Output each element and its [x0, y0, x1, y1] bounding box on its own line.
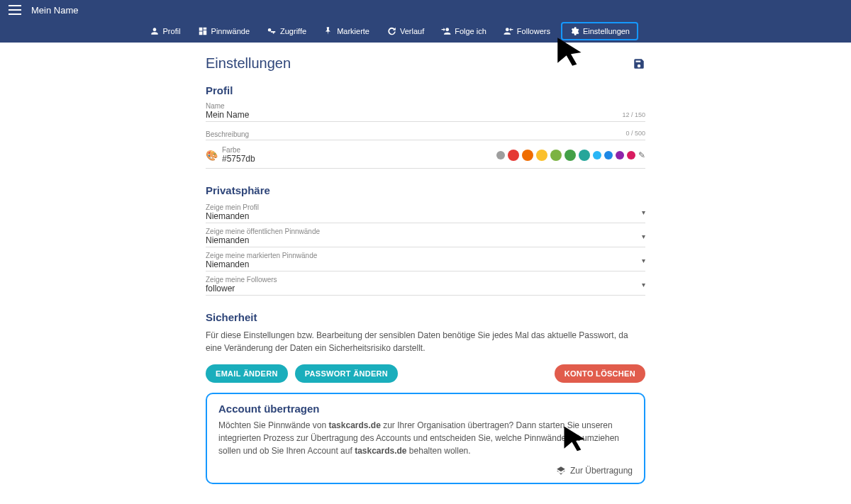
history-icon: [386, 26, 396, 36]
privacy-value: Niemanden: [206, 211, 645, 221]
nav-bar: Profil Pinnwände Zugriffe Markierte Verl…: [0, 20, 851, 43]
privacy-value: Niemanden: [206, 259, 645, 269]
color-label: Farbe: [222, 146, 255, 154]
follow-out-icon: [441, 26, 451, 36]
nav-markierte[interactable]: Markierte: [317, 23, 376, 40]
color-row: 🎨 Farbe #5757db ✎: [206, 140, 645, 169]
transfer-text: Möchten Sie Pinnwände von taskcards.de z…: [218, 419, 633, 457]
privacy-select[interactable]: Zeige meine öffentlichen PinnwändeNieman…: [206, 223, 645, 247]
privacy-select[interactable]: Zeige meine Followersfollower▾: [206, 271, 645, 296]
main-content: Einstellungen Profil Name Mein Name 12 /…: [206, 55, 645, 484]
gear-icon: [569, 26, 579, 36]
section-privatsphaere: Privatsphäre: [206, 184, 645, 196]
chevron-down-icon: ▾: [642, 256, 645, 264]
privacy-select[interactable]: Zeige mein ProfilNiemanden▾: [206, 199, 645, 223]
security-text: Für diese Einstellungen bzw. Bearbeitung…: [206, 329, 645, 354]
email-change-button[interactable]: EMAIL ÄNDERN: [206, 364, 288, 383]
transfer-title: Account übertragen: [218, 403, 633, 415]
person-icon: [150, 26, 160, 36]
security-buttons: EMAIL ÄNDERN PASSWORT ÄNDERN KONTO LÖSCH…: [206, 364, 645, 383]
nav-verlauf[interactable]: Verlauf: [380, 23, 430, 40]
nav-einstellungen[interactable]: Einstellungen: [561, 22, 638, 40]
color-swatch[interactable]: [579, 150, 590, 161]
chevron-down-icon: ▾: [642, 280, 645, 288]
nav-zugriffe[interactable]: Zugriffe: [260, 23, 313, 40]
color-swatch[interactable]: [496, 151, 505, 159]
top-bar: Mein Name: [0, 0, 851, 20]
privacy-value: Niemanden: [206, 235, 645, 245]
color-swatch[interactable]: [616, 151, 624, 159]
name-value: Mein Name: [206, 110, 645, 120]
privacy-value: follower: [206, 284, 645, 293]
layers-icon: [556, 466, 566, 476]
desc-label: Beschreibung: [206, 130, 645, 138]
hamburger-icon[interactable]: [9, 5, 21, 15]
eyedropper-icon[interactable]: ✎: [638, 150, 645, 160]
color-swatches: ✎: [496, 150, 645, 161]
delete-account-button[interactable]: KONTO LÖSCHEN: [555, 364, 645, 383]
transfer-action[interactable]: Zur Übertragung: [556, 466, 633, 476]
section-sicherheit: Sicherheit: [206, 311, 645, 323]
save-icon[interactable]: [633, 57, 645, 70]
transfer-box: Account übertragen Möchten Sie Pinnwände…: [206, 393, 645, 484]
color-value[interactable]: #5757db: [222, 154, 255, 164]
user-name: Mein Name: [31, 5, 78, 16]
page-title: Einstellungen: [206, 55, 291, 72]
desc-field[interactable]: Beschreibung 0 / 500: [206, 122, 645, 140]
privacy-label: Zeige mein Profil: [206, 203, 645, 211]
key-icon: [267, 26, 277, 36]
color-swatch[interactable]: [522, 150, 533, 161]
nav-pinnwaende[interactable]: Pinnwände: [191, 23, 256, 40]
desc-counter: 0 / 500: [625, 130, 645, 137]
nav-folge-ich[interactable]: Folge ich: [435, 23, 493, 40]
color-swatch[interactable]: [564, 150, 576, 161]
color-swatch[interactable]: [604, 151, 613, 159]
nav-profil[interactable]: Profil: [143, 23, 187, 40]
nav-followers[interactable]: Followers: [497, 23, 557, 40]
password-change-button[interactable]: PASSWORT ÄNDERN: [295, 364, 398, 383]
palette-icon: 🎨: [206, 150, 218, 161]
color-swatch[interactable]: [550, 150, 562, 161]
section-profil: Profil: [206, 84, 645, 96]
chevron-down-icon: ▾: [642, 208, 645, 215]
privacy-label: Zeige meine markierten Pinnwände: [206, 252, 645, 259]
privacy-select[interactable]: Zeige meine markierten PinnwändeNiemande…: [206, 247, 645, 271]
name-field[interactable]: Name Mein Name 12 / 150: [206, 99, 645, 122]
color-swatch[interactable]: [627, 151, 635, 159]
color-swatch[interactable]: [593, 151, 601, 159]
color-swatch[interactable]: [536, 150, 547, 161]
privacy-label: Zeige meine Followers: [206, 276, 645, 284]
privacy-label: Zeige meine öffentlichen Pinnwände: [206, 228, 645, 235]
chevron-down-icon: ▾: [642, 232, 645, 240]
pin-icon: [323, 26, 333, 36]
color-swatch[interactable]: [508, 150, 519, 161]
boards-icon: [198, 26, 208, 36]
follow-in-icon: [504, 26, 513, 36]
name-label: Name: [206, 102, 645, 110]
name-counter: 12 / 150: [622, 111, 645, 118]
